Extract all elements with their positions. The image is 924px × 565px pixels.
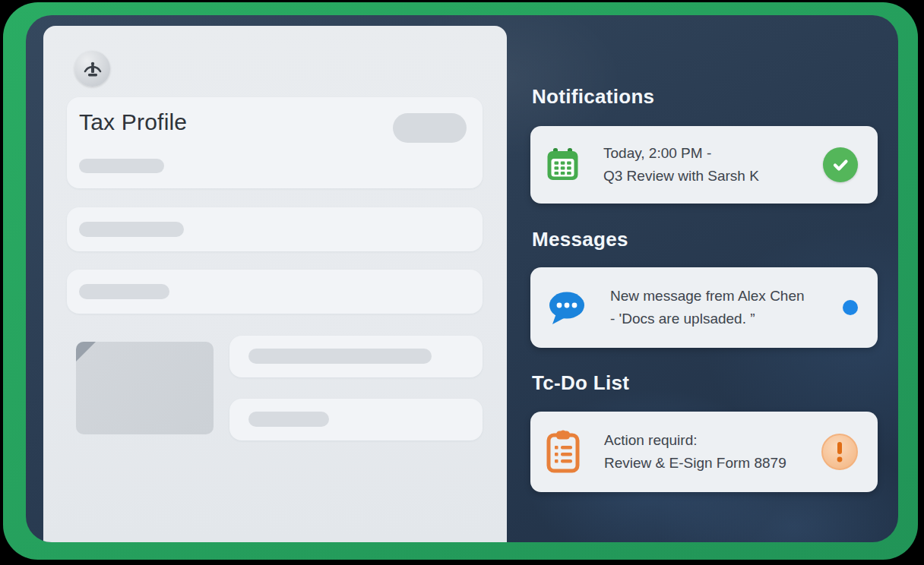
calendar-icon <box>546 147 580 182</box>
placeholder-bar <box>248 349 432 364</box>
messages-heading: Messages <box>532 228 866 251</box>
placeholder-bar <box>79 284 169 299</box>
unread-dot <box>843 300 858 315</box>
form-field-row[interactable] <box>67 270 483 314</box>
todo-line1: Action requird: <box>604 429 786 452</box>
todo-line2: Review & E-Sign Form 8879 <box>604 452 786 475</box>
placeholder-bar <box>79 159 164 173</box>
todo-text: Action requird: Review & E-Sign Form 887… <box>604 429 786 475</box>
profile-action-pill[interactable] <box>393 113 467 143</box>
gavel-badge-icon[interactable] <box>74 51 110 87</box>
gavel-glyph <box>82 58 103 80</box>
notification-card[interactable]: Today, 2:00 PM - Q3 Review with Sarsh K <box>530 126 878 204</box>
chat-bubble-icon <box>546 289 587 326</box>
placeholder-bar <box>79 222 184 237</box>
document-thumbnail[interactable] <box>76 342 214 434</box>
page-title: Tax Profile <box>79 109 187 135</box>
placeholder-bar <box>248 412 329 427</box>
notification-line1: Today, 2:00 PM - <box>603 142 759 165</box>
todo-heading: Tc-Do List <box>532 371 866 395</box>
screen: Tax Profile Notifications <box>0 0 924 565</box>
profile-card: Tax Profile <box>67 97 483 188</box>
tax-profile-panel: Tax Profile <box>43 26 507 542</box>
clipboard-icon <box>546 430 581 474</box>
check-circle-icon <box>823 147 858 182</box>
message-card[interactable]: New message frem Alex Chen - 'Docs are u… <box>530 267 878 348</box>
form-field-row[interactable] <box>229 399 483 440</box>
message-line2: - 'Docs are uplsaded. ” <box>610 308 805 330</box>
message-line1: New message frem Alex Chen <box>610 285 805 308</box>
form-field-row[interactable] <box>67 207 483 251</box>
message-text: New message frem Alex Chen - 'Docs are u… <box>610 285 805 330</box>
form-field-row[interactable] <box>229 336 483 377</box>
notification-line2: Q3 Review with Sarsh K <box>603 165 759 188</box>
alert-circle-icon <box>821 434 858 470</box>
notification-text: Today, 2:00 PM - Q3 Review with Sarsh K <box>603 142 759 188</box>
app-window: Tax Profile Notifications <box>26 15 898 542</box>
notifications-heading: Notifications <box>532 85 866 109</box>
todo-card[interactable]: Action requird: Review & E-Sign Form 887… <box>530 412 878 492</box>
